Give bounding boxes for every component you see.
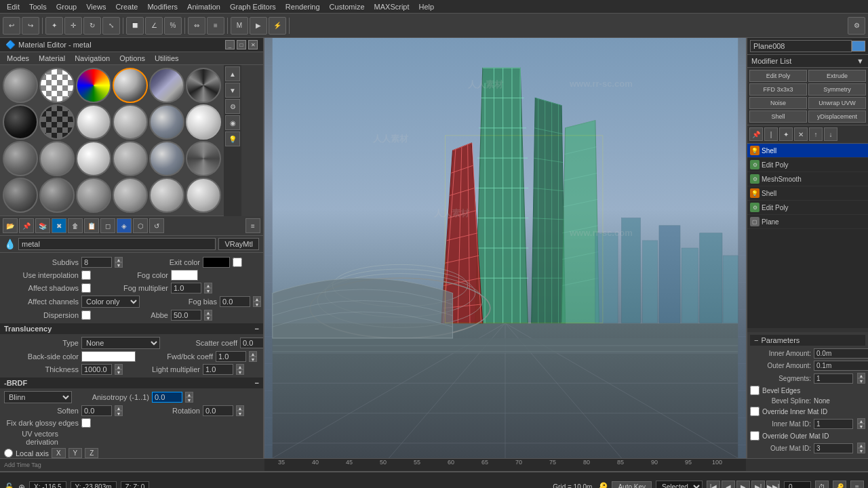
- reset-map-button[interactable]: ↺: [149, 218, 164, 233]
- undo-button[interactable]: ↩: [3, 17, 20, 35]
- options-menu[interactable]: Options: [115, 54, 149, 63]
- minimize-button[interactable]: _: [225, 40, 235, 49]
- redo-button[interactable]: ↪: [22, 17, 39, 35]
- menu-tools[interactable]: Tools: [25, 2, 51, 12]
- material-type-button[interactable]: VRayMtl: [218, 238, 259, 250]
- menu-customize[interactable]: Customize: [326, 2, 369, 12]
- segments-down[interactable]: ▼: [857, 378, 865, 384]
- override-outer-checkbox[interactable]: [750, 431, 760, 441]
- unwrap-btn[interactable]: Unwrap UVW: [808, 97, 866, 109]
- mirror-button[interactable]: ⇔: [188, 17, 205, 35]
- backlight-button[interactable]: 💡: [225, 131, 240, 146]
- menu-edit[interactable]: Edit: [3, 2, 24, 12]
- mat-sphere-3[interactable]: [76, 68, 111, 103]
- exit-color-checkbox[interactable]: [233, 258, 242, 267]
- soften-input[interactable]: [81, 405, 112, 416]
- light-mult-input[interactable]: [203, 364, 233, 375]
- mat-sphere-10[interactable]: [113, 104, 148, 140]
- mat-sphere-9[interactable]: [76, 104, 111, 140]
- x-button[interactable]: X: [52, 448, 66, 458]
- segments-input[interactable]: [814, 373, 853, 384]
- fwdbck-input[interactable]: [216, 351, 246, 362]
- menu-create[interactable]: Create: [111, 2, 142, 12]
- z-button[interactable]: Z: [85, 448, 98, 458]
- menu-animation[interactable]: Animation: [183, 2, 224, 12]
- viewport-3d[interactable]: 人人素材 www.rr-sc.com 人人素材 www.rr-sc.com 人人…: [264, 38, 746, 458]
- percent-snap-button[interactable]: %: [164, 17, 182, 35]
- modes-menu[interactable]: Modes: [3, 54, 33, 63]
- fogmult-up[interactable]: ▲: [204, 283, 212, 288]
- fog-bias-input[interactable]: [220, 296, 250, 307]
- navigation-menu[interactable]: Navigation: [71, 54, 114, 63]
- configure-icon[interactable]: |: [764, 127, 778, 141]
- mat-sphere-11[interactable]: [149, 104, 184, 140]
- lightmult-down[interactable]: ▼: [236, 369, 244, 375]
- rotation-down[interactable]: ▼: [236, 411, 244, 416]
- subdivs-up-btn[interactable]: ▲: [115, 257, 123, 262]
- exit-color-swatch[interactable]: [203, 257, 230, 268]
- timeline-frames-area[interactable]: 35 40 45 50 55 60 65 70 75 80 85 90 95 1…: [264, 459, 746, 471]
- remove-modifier-icon[interactable]: ✕: [794, 127, 808, 141]
- show-map-button[interactable]: ◻: [100, 218, 115, 233]
- stack-shell-2[interactable]: 💡 Shell: [747, 186, 868, 201]
- mat-sphere-21[interactable]: [76, 178, 111, 213]
- quick-render-button[interactable]: ⚡: [269, 17, 286, 35]
- options-tool-button[interactable]: ≡: [245, 218, 260, 233]
- type-dropdown[interactable]: None Hard (wax) model Soft (water) model…: [81, 337, 160, 349]
- menu-rendering[interactable]: Rendering: [281, 2, 324, 12]
- symmetry-btn[interactable]: Symmetry: [808, 83, 866, 96]
- get-material-button[interactable]: 📂: [3, 218, 18, 233]
- bevel-edges-checkbox[interactable]: [750, 386, 760, 395]
- menu-graph-editors[interactable]: Graph Editors: [226, 2, 280, 12]
- mat-sphere-23[interactable]: [149, 178, 184, 213]
- thickness-input[interactable]: [81, 364, 112, 375]
- shell-btn-1[interactable]: Shell: [749, 110, 807, 123]
- affect-channels-dropdown[interactable]: Color only All channels: [81, 296, 140, 308]
- show-hardware-button[interactable]: ⬡: [133, 218, 148, 233]
- outer-mat-id-input[interactable]: [814, 443, 853, 453]
- fogbias-up[interactable]: ▲: [253, 296, 261, 302]
- soften-up[interactable]: ▲: [115, 405, 123, 411]
- scale-button[interactable]: ⤡: [102, 17, 120, 35]
- object-color-swatch[interactable]: [852, 41, 865, 52]
- override-inner-checkbox[interactable]: [750, 407, 760, 416]
- stack-shell-1[interactable]: 💡 Shell: [747, 144, 868, 158]
- render-button[interactable]: ▶: [250, 17, 267, 35]
- scroll-up-button[interactable]: ▲: [225, 66, 240, 81]
- pick-material-button[interactable]: ✖: [52, 218, 66, 233]
- mat-sphere-16[interactable]: [113, 141, 148, 176]
- fogbias-down[interactable]: ▼: [253, 302, 261, 307]
- fwdbck-up[interactable]: ▲: [249, 351, 257, 357]
- noise-btn[interactable]: Noise: [749, 97, 807, 109]
- menu-maxscript[interactable]: MAXScript: [370, 2, 414, 12]
- outermatid-up[interactable]: ▲: [857, 443, 865, 448]
- fix-dark-checkbox[interactable]: [81, 418, 91, 428]
- next-frame-button[interactable]: ▶|: [751, 481, 765, 489]
- show-in-viewport-button[interactable]: ◈: [117, 218, 132, 233]
- innermatid-up[interactable]: ▲: [857, 418, 865, 424]
- mat-sphere-18[interactable]: [186, 141, 221, 176]
- maximize-button[interactable]: □: [237, 40, 246, 49]
- move-button[interactable]: ✛: [64, 17, 82, 35]
- material-name-input[interactable]: [18, 238, 216, 250]
- selected-dropdown[interactable]: Selected: [656, 481, 703, 488]
- utilities-menu[interactable]: Utilities: [151, 54, 182, 63]
- brdf-type-dropdown[interactable]: Blinn Phong Ward Microfacet GTR (GGX): [4, 391, 72, 403]
- mat-sphere-20[interactable]: [39, 178, 75, 213]
- first-frame-button[interactable]: |◀: [707, 481, 720, 489]
- mat-sphere-17[interactable]: [149, 141, 184, 176]
- scatter-coeff-input[interactable]: [240, 338, 263, 348]
- menu-views[interactable]: Views: [82, 2, 110, 12]
- fog-color-swatch[interactable]: [171, 270, 198, 281]
- menu-help[interactable]: Help: [415, 2, 439, 12]
- time-config-button[interactable]: ⏱: [815, 481, 829, 489]
- fog-multiplier-input[interactable]: [171, 283, 201, 293]
- scroll-down-button[interactable]: ▼: [225, 83, 240, 98]
- mat-sphere-7[interactable]: [3, 104, 38, 140]
- mat-sphere-4[interactable]: metal: [113, 68, 148, 103]
- move-down-icon[interactable]: ↓: [824, 127, 837, 141]
- mat-sphere-8[interactable]: [39, 104, 75, 140]
- object-name-input[interactable]: [750, 40, 852, 52]
- material-menu[interactable]: Material: [35, 54, 69, 63]
- stack-editpoly-2[interactable]: ⚙ Edit Poly: [747, 201, 868, 215]
